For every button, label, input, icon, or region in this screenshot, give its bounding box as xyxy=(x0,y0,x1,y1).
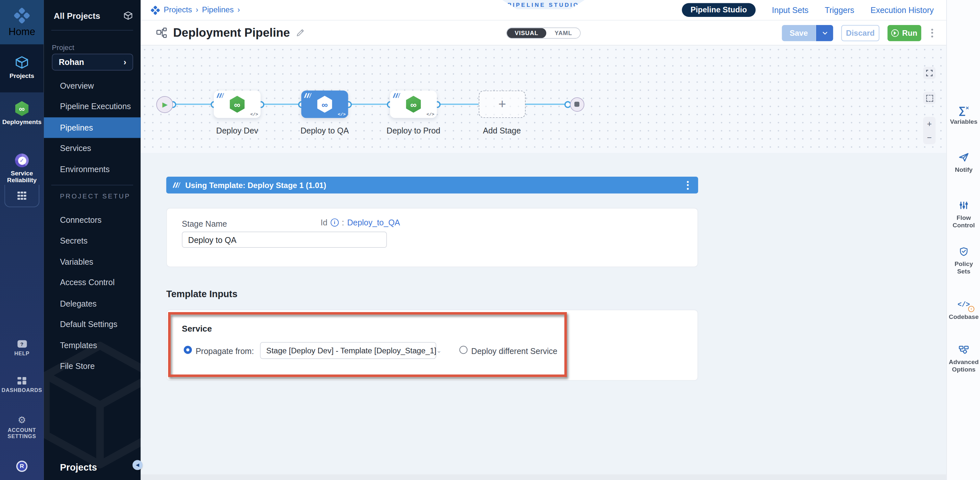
rail-item-codebase[interactable]: </> ! Codebase xyxy=(947,299,980,321)
nav-item-services[interactable]: Services xyxy=(44,138,141,159)
template-icon xyxy=(173,182,181,188)
nav-item-overview[interactable]: Overview xyxy=(44,75,141,96)
rail-item-notify[interactable]: Notify xyxy=(947,152,980,173)
all-projects-link[interactable]: All Projects xyxy=(54,6,133,25)
project-setup-header: PROJECT SETUP xyxy=(60,192,131,200)
sidebar-item-deployments[interactable]: ∞ Deployments xyxy=(0,101,44,125)
code-icon: </> xyxy=(338,112,346,117)
nav-collapse-button[interactable]: ◀ xyxy=(133,460,143,470)
page-title: Deployment Pipeline xyxy=(173,26,290,40)
studio-right-rail: ∑× Variables Notify Flow Control xyxy=(946,0,980,480)
using-template-banner[interactable]: Using Template: Deploy Stage 1 (1.01) xyxy=(166,177,698,193)
chevron-right-icon: › xyxy=(237,6,240,14)
flow-control-sliders-icon xyxy=(959,200,969,211)
save-button[interactable]: Save xyxy=(782,25,816,41)
fullscreen-button[interactable] xyxy=(923,67,935,79)
cd-stage-icon: ∞ xyxy=(405,96,422,113)
breadcrumb-pipelines[interactable]: Pipelines xyxy=(202,6,234,14)
tab-input-sets[interactable]: Input Sets xyxy=(772,5,809,14)
rail-item-advanced-options[interactable]: Advanced Options xyxy=(947,344,980,373)
nav-item-secrets[interactable]: Secrets xyxy=(44,230,141,251)
zoom-in-button[interactable]: + xyxy=(927,119,932,128)
divider xyxy=(51,185,133,185)
using-template-text: Using Template: Deploy Stage 1 (1.01) xyxy=(185,181,326,189)
project-nav-panel: All Projects Project Rohan › Overview Pi… xyxy=(44,0,141,480)
notify-paper-plane-icon xyxy=(958,152,970,163)
rail-item-flow-control[interactable]: Flow Control xyxy=(947,200,980,229)
edge-dev-qa xyxy=(261,103,301,105)
stage-node-deploy-dev[interactable]: ∞ </> xyxy=(214,90,261,118)
template-kebab-menu[interactable] xyxy=(685,179,690,191)
run-button[interactable]: Run xyxy=(888,25,921,41)
grid-icon xyxy=(18,192,26,200)
play-icon: ▶ xyxy=(162,101,167,108)
tab-pipeline-studio[interactable]: Pipeline Studio xyxy=(682,3,756,17)
scale-wrapper: Home Projects ∞ Deployments ✓ Service Re… xyxy=(0,0,980,480)
breadcrumb-projects[interactable]: Projects xyxy=(164,6,192,14)
id-label: Id xyxy=(321,218,328,227)
home-harness-icon xyxy=(14,7,30,24)
deployments-cd-icon: ∞ xyxy=(14,101,29,116)
info-icon: i xyxy=(331,219,339,227)
pipeline-start-node[interactable]: ▶ xyxy=(156,96,173,113)
pipeline-canvas[interactable]: ▶ ∞ </> ∞ </> ∞ </> + Deploy Dev xyxy=(140,46,946,153)
project-nav-list: Overview Pipeline Executions Pipelines S… xyxy=(44,75,141,180)
cd-stage-icon: ∞ xyxy=(317,96,333,113)
nav-item-pipelines[interactable]: Pipelines xyxy=(44,117,141,138)
nav-item-environments[interactable]: Environments xyxy=(44,159,141,180)
advanced-options-icon xyxy=(958,344,970,355)
pipeline-studio-badge: PIPELINE STUDIO xyxy=(502,0,585,10)
deploy-different-service-label[interactable]: Deploy different Service xyxy=(471,346,557,356)
sidebar-item-service-reliability[interactable]: ✓ Service Reliability xyxy=(0,154,44,184)
zoom-out-button[interactable]: − xyxy=(927,133,932,141)
sidebar-item-help[interactable]: ? HELP xyxy=(0,340,44,356)
toggle-visual[interactable]: VISUAL xyxy=(507,28,547,38)
stage-config-panel: Using Template: Deploy Stage 1 (1.01) St… xyxy=(140,153,946,480)
sidebar-item-account-settings[interactable]: ⚙ ACCOUNT SETTINGS xyxy=(0,415,44,439)
chevron-down-icon: ⌄ xyxy=(436,347,442,354)
selection-mode-button[interactable] xyxy=(923,92,935,104)
module-browser-button[interactable] xyxy=(4,185,39,207)
tab-triggers[interactable]: Triggers xyxy=(825,5,854,14)
stage-node-deploy-to-qa-selected[interactable]: ∞ </> xyxy=(301,90,348,118)
edge-prod-add xyxy=(437,103,479,105)
tab-execution-history[interactable]: Execution History xyxy=(870,5,934,14)
sidebar-item-home[interactable]: Home xyxy=(0,0,44,44)
nav-item-delegates[interactable]: Delegates xyxy=(44,293,141,314)
propagate-from-label[interactable]: Propagate from: xyxy=(196,346,254,356)
sidebar-item-dashboards[interactable]: DASHBOARDS xyxy=(0,377,44,393)
projects-cube-icon xyxy=(123,11,133,21)
template-icon xyxy=(304,93,312,98)
edit-pencil-icon[interactable] xyxy=(296,28,305,37)
stage-node-deploy-to-prod[interactable]: ∞ </> xyxy=(390,90,437,118)
project-selector[interactable]: Rohan › xyxy=(52,54,133,70)
user-avatar[interactable]: R xyxy=(16,461,28,472)
stage-id-value[interactable]: Deploy_to_QA xyxy=(347,218,400,227)
sidebar-item-label: DASHBOARDS xyxy=(2,387,42,393)
nav-item-variables[interactable]: Variables xyxy=(44,251,141,272)
module-rail: Home Projects ∞ Deployments ✓ Service Re… xyxy=(0,0,44,480)
stage-label: Add Stage xyxy=(461,126,542,135)
chevron-right-icon: › xyxy=(196,6,198,14)
stage-name-input[interactable] xyxy=(182,231,387,248)
rail-item-variables[interactable]: ∑× Variables xyxy=(947,104,980,125)
code-icon: </> xyxy=(250,112,258,117)
toggle-yaml[interactable]: YAML xyxy=(547,28,581,38)
propagate-stage-select[interactable]: Stage [Deploy Dev] - Template [Deploy_St… xyxy=(260,342,436,359)
divider xyxy=(51,30,133,30)
cube-icon xyxy=(14,55,29,70)
save-dropdown-button[interactable] xyxy=(816,25,833,41)
service-reliability-icon: ✓ xyxy=(15,154,29,167)
sidebar-item-projects[interactable]: Projects xyxy=(0,55,44,79)
nav-item-connectors[interactable]: Connectors xyxy=(44,209,141,230)
propagate-from-radio[interactable] xyxy=(184,346,192,354)
add-stage-node[interactable]: + xyxy=(479,90,525,118)
pipeline-end-node[interactable] xyxy=(570,97,584,111)
discard-button[interactable]: Discard xyxy=(841,25,879,41)
header-kebab-menu[interactable] xyxy=(929,27,935,39)
rail-item-policy-sets[interactable]: Policy Sets xyxy=(947,246,980,275)
nav-item-access-control[interactable]: Access Control xyxy=(44,272,141,293)
nav-item-pipeline-executions[interactable]: Pipeline Executions xyxy=(44,96,141,117)
deploy-different-service-radio[interactable] xyxy=(460,346,468,354)
sidebar-item-label: ACCOUNT SETTINGS xyxy=(4,427,40,439)
